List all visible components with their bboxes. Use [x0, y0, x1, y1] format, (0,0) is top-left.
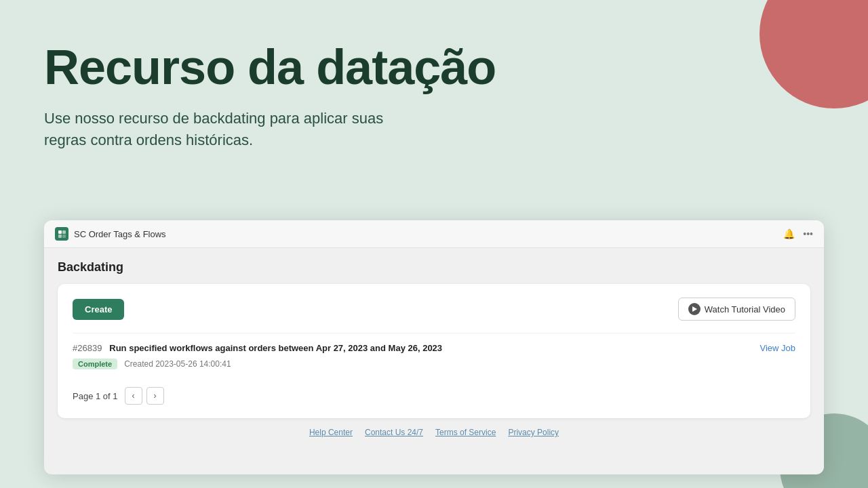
- job-meta-row: Complete Created 2023-05-26 14:00:41: [73, 359, 795, 369]
- app-name-label: SC Order Tags & Flows: [74, 229, 166, 239]
- content-card: Create Watch Tutorial Video #26839 Run s…: [58, 284, 810, 418]
- app-window: SC Order Tags & Flows 🔔 ••• Backdating C…: [44, 220, 824, 474]
- watch-tutorial-label: Watch Tutorial Video: [705, 304, 785, 314]
- svg-rect-0: [58, 230, 62, 234]
- svg-rect-1: [62, 230, 66, 234]
- hero-section: Recurso da datação Use nosso recurso de …: [44, 41, 496, 151]
- svg-rect-3: [62, 235, 66, 238]
- job-title: #26839 Run specified workflows against o…: [73, 343, 442, 353]
- play-triangle: [692, 306, 697, 312]
- hero-title: Recurso da datação: [44, 41, 496, 94]
- window-title-icons: 🔔 •••: [783, 228, 813, 239]
- play-icon: [688, 303, 701, 315]
- more-icon[interactable]: •••: [803, 228, 813, 239]
- view-job-link[interactable]: View Job: [760, 343, 795, 353]
- prev-page-button[interactable]: ‹: [125, 387, 142, 405]
- page-title: Backdating: [58, 248, 810, 284]
- job-created: Created 2023-05-26 14:00:41: [124, 359, 231, 369]
- next-page-button[interactable]: ›: [146, 387, 164, 405]
- footer-contact[interactable]: Contact Us 24/7: [365, 428, 423, 437]
- footer-help-center[interactable]: Help Center: [309, 428, 353, 437]
- watch-tutorial-button[interactable]: Watch Tutorial Video: [678, 298, 795, 321]
- page-info: Page 1 of 1: [73, 391, 118, 401]
- create-button[interactable]: Create: [73, 299, 124, 320]
- job-title-row: #26839 Run specified workflows against o…: [73, 343, 795, 353]
- window-body: Backdating Create Watch Tutorial Video #…: [44, 248, 824, 474]
- window-footer: Help Center Contact Us 24/7 Terms of Ser…: [58, 418, 810, 440]
- pagination-row: Page 1 of 1 ‹ ›: [73, 387, 795, 405]
- window-title-left: SC Order Tags & Flows: [55, 227, 166, 241]
- footer-privacy[interactable]: Privacy Policy: [508, 428, 559, 437]
- status-badge: Complete: [73, 359, 117, 369]
- hero-subtitle: Use nosso recurso de backdating para apl…: [44, 108, 424, 151]
- window-titlebar: SC Order Tags & Flows 🔔 •••: [44, 220, 824, 248]
- card-top-row: Create Watch Tutorial Video: [73, 298, 795, 321]
- job-id: #26839: [73, 343, 102, 353]
- job-description: Run specified workflows against orders b…: [109, 343, 442, 353]
- app-icon: [55, 227, 68, 241]
- job-row: #26839 Run specified workflows against o…: [73, 333, 795, 376]
- bell-icon[interactable]: 🔔: [783, 228, 795, 239]
- footer-terms[interactable]: Terms of Service: [435, 428, 496, 437]
- decorative-circle-top: [760, 0, 868, 108]
- svg-rect-2: [58, 235, 62, 238]
